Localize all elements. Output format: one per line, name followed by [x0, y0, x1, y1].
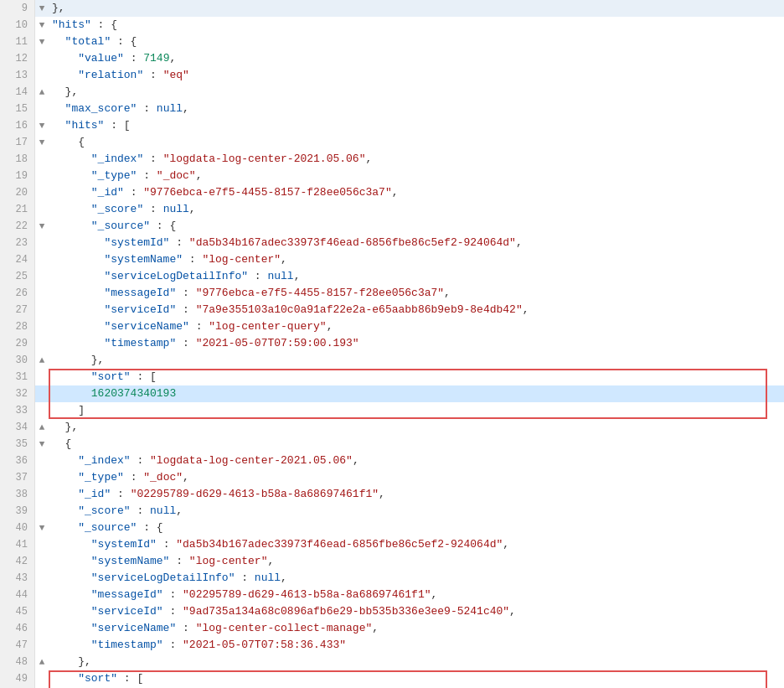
line-content: {: [49, 436, 784, 453]
line-number: 22: [0, 218, 35, 235]
line-number: 19: [0, 168, 35, 184]
line-row: 32 1620374340193: [0, 385, 784, 402]
line-content: "relation" : "eq": [49, 67, 784, 84]
fold-gutter[interactable]: [35, 335, 49, 352]
line-number: 34: [0, 419, 35, 436]
fold-gutter[interactable]: [35, 184, 49, 201]
line-content: "_source" : {: [49, 520, 784, 536]
line-row: 16▼ "hits" : [: [0, 117, 784, 134]
line-content: "messageId" : "9776ebca-e7f5-4455-8157-f…: [49, 285, 784, 302]
fold-gutter[interactable]: [35, 620, 49, 637]
line-content: "_score" : null,: [49, 201, 784, 218]
line-row: 35▼ {: [0, 436, 784, 453]
line-content: "serviceId" : "7a9e355103a10c0a91af22e2a…: [49, 302, 784, 318]
fold-gutter[interactable]: ▲: [35, 84, 49, 101]
line-content: "serviceLogDetailInfo" : null,: [49, 570, 784, 587]
line-number: 13: [0, 67, 35, 84]
fold-gutter[interactable]: ▼: [35, 134, 49, 151]
line-number: 46: [0, 620, 35, 637]
fold-gutter[interactable]: ▲: [35, 419, 49, 436]
line-row: 24 "systemName" : "log-center",: [0, 251, 784, 268]
fold-gutter[interactable]: [35, 318, 49, 335]
fold-gutter[interactable]: [35, 302, 49, 318]
fold-gutter[interactable]: ▼: [35, 117, 49, 134]
fold-gutter[interactable]: [35, 50, 49, 67]
line-content: "_index" : "logdata-log-center-2021.05.0…: [49, 453, 784, 469]
line-number: 21: [0, 201, 35, 218]
fold-gutter[interactable]: [35, 587, 49, 603]
line-content: },: [49, 0, 784, 17]
line-content: "systemName" : "log-center",: [49, 251, 784, 268]
line-content: ]: [49, 402, 784, 419]
line-number: 33: [0, 402, 35, 419]
fold-gutter[interactable]: [35, 469, 49, 486]
line-row: 22▼ "_source" : {: [0, 218, 784, 235]
fold-gutter[interactable]: [35, 67, 49, 84]
line-number: 44: [0, 587, 35, 603]
line-number: 38: [0, 486, 35, 503]
fold-gutter[interactable]: ▼: [35, 34, 49, 50]
fold-gutter[interactable]: ▼: [35, 520, 49, 536]
line-number: 45: [0, 603, 35, 620]
line-row: 14▲ },: [0, 84, 784, 101]
fold-gutter[interactable]: [35, 201, 49, 218]
fold-gutter[interactable]: [35, 670, 49, 687]
fold-gutter[interactable]: [35, 268, 49, 285]
fold-gutter[interactable]: [35, 285, 49, 302]
line-row: 49 "sort" : [: [0, 670, 784, 687]
fold-gutter[interactable]: [35, 553, 49, 570]
line-row: 20 "_id" : "9776ebca-e7f5-4455-8157-f28e…: [0, 184, 784, 201]
line-number: 18: [0, 151, 35, 168]
fold-gutter[interactable]: [35, 503, 49, 520]
fold-gutter[interactable]: ▲: [35, 654, 49, 670]
fold-gutter[interactable]: [35, 637, 49, 654]
line-number: 17: [0, 134, 35, 151]
fold-gutter[interactable]: ▼: [35, 436, 49, 453]
fold-gutter[interactable]: [35, 385, 49, 402]
line-row: 15 "max_score" : null,: [0, 101, 784, 117]
fold-gutter[interactable]: [35, 251, 49, 268]
line-content: "max_score" : null,: [49, 101, 784, 117]
line-content: },: [49, 352, 784, 369]
line-content: "systemId" : "da5b34b167adec33973f46ead-…: [49, 235, 784, 251]
line-number: 25: [0, 268, 35, 285]
fold-gutter[interactable]: [35, 570, 49, 587]
line-row: 45 "serviceId" : "9ad735a134a68c0896afb6…: [0, 603, 784, 620]
line-number: 41: [0, 536, 35, 553]
fold-gutter[interactable]: ▼: [35, 17, 49, 34]
fold-gutter[interactable]: [35, 402, 49, 419]
line-number: 39: [0, 503, 35, 520]
line-content: },: [49, 84, 784, 101]
line-number: 36: [0, 453, 35, 469]
fold-gutter[interactable]: [35, 235, 49, 251]
fold-gutter[interactable]: [35, 101, 49, 117]
fold-gutter[interactable]: [35, 168, 49, 184]
fold-gutter[interactable]: ▲: [35, 352, 49, 369]
line-row: 13 "relation" : "eq": [0, 67, 784, 84]
line-number: 15: [0, 101, 35, 117]
line-row: 33 ]: [0, 402, 784, 419]
fold-gutter[interactable]: [35, 369, 49, 385]
line-row: 28 "serviceName" : "log-center-query",: [0, 318, 784, 335]
line-content: "_id" : "02295789-d629-4613-b58a-8a68697…: [49, 486, 784, 503]
line-number: 9: [0, 0, 35, 17]
line-number: 37: [0, 469, 35, 486]
line-content: "systemName" : "log-center",: [49, 553, 784, 570]
fold-gutter[interactable]: [35, 453, 49, 469]
fold-gutter[interactable]: [35, 536, 49, 553]
line-content: "serviceLogDetailInfo" : null,: [49, 268, 784, 285]
line-content: "systemId" : "da5b34b167adec33973f46ead-…: [49, 536, 784, 553]
line-row: 19 "_type" : "_doc",: [0, 168, 784, 184]
line-number: 12: [0, 50, 35, 67]
fold-gutter[interactable]: [35, 486, 49, 503]
fold-gutter[interactable]: ▼: [35, 0, 49, 17]
line-row: 12 "value" : 7149,: [0, 50, 784, 67]
fold-gutter[interactable]: [35, 603, 49, 620]
line-content: "messageId" : "02295789-d629-4613-b58a-8…: [49, 587, 784, 603]
line-row: 37 "_type" : "_doc",: [0, 469, 784, 486]
fold-gutter[interactable]: ▼: [35, 218, 49, 235]
line-content: 1620374340193: [49, 385, 784, 402]
fold-gutter[interactable]: [35, 151, 49, 168]
line-number: 49: [0, 670, 35, 687]
line-number: 23: [0, 235, 35, 251]
